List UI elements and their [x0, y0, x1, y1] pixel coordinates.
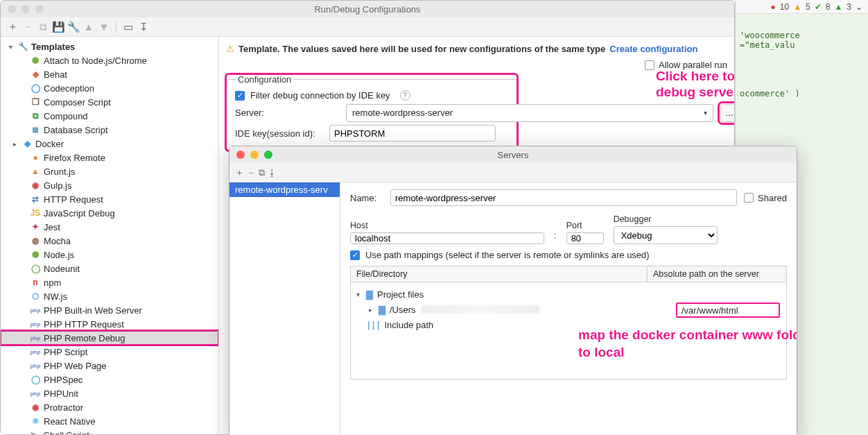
template-label: Protractor	[44, 402, 83, 413]
edit-defaults-button[interactable]: 🔧	[67, 21, 80, 33]
template-gulp-js[interactable]: ◉Gulp.js	[1, 178, 218, 192]
template-node-js[interactable]: ⬢Node.js	[1, 248, 218, 262]
php-icon: php	[30, 346, 41, 357]
template-label: PHPSpec	[44, 375, 83, 385]
project-files-node[interactable]: ▾ ▇ Project files	[354, 287, 783, 302]
ide-key-label: IDE key(session id):	[235, 128, 322, 139]
debugger-select[interactable]: Xdebug	[614, 226, 718, 244]
jest-icon: ✦	[30, 221, 41, 232]
create-configuration-link[interactable]: Create configuration	[609, 44, 697, 54]
template-phpunit[interactable]: phpPHPUnit	[1, 386, 218, 400]
configuration-group: Configuration ✓ Filter debug connection …	[226, 74, 517, 151]
twisty-icon[interactable]: ▸	[366, 306, 374, 314]
template-behat[interactable]: ◆Behat	[1, 67, 218, 81]
filter-ide-key-label: Filter debug connection by IDE key	[250, 90, 390, 101]
shared-checkbox[interactable]	[744, 193, 754, 203]
template-label: Gulp.js	[44, 180, 71, 191]
add-button[interactable]: ＋	[235, 167, 244, 179]
twisty-icon[interactable]: ▾	[354, 291, 362, 298]
config-tree[interactable]: ▾ 🔧 Templates ⬢Attach to Node.js/Chrome◆…	[1, 37, 219, 434]
filter-ide-key-checkbox[interactable]: ✓	[235, 91, 245, 101]
help-icon[interactable]: ?	[400, 90, 410, 101]
configuration-legend: Configuration	[235, 74, 294, 85]
servers-list[interactable]: remote-wordpress-serv	[229, 182, 340, 435]
template-shell-script[interactable]: >_Shell Script	[1, 428, 218, 434]
chevron-down-icon[interactable]: ⌄	[856, 2, 862, 12]
move-down-button[interactable]: ▼	[98, 21, 110, 33]
template-label: Docker	[35, 139, 64, 149]
node-icon: ⬢	[30, 249, 41, 260]
remove-button[interactable]: －	[21, 21, 34, 33]
mapping-table-header: File/Directory Absolute path on the serv…	[350, 266, 787, 282]
folder-button[interactable]: ▭	[122, 21, 134, 33]
gulp-icon: ◉	[30, 180, 41, 191]
allow-parallel-checkbox[interactable]	[645, 60, 654, 70]
host-label: Host	[350, 221, 544, 230]
template-label: Jest	[44, 222, 60, 232]
template-npm[interactable]: nnpm	[1, 275, 218, 289]
template-php-web-page[interactable]: phpPHP Web Page	[1, 359, 218, 373]
template-nw-js[interactable]: ⬡NW.js	[1, 289, 218, 303]
template-react-native[interactable]: ⚛React Native	[1, 414, 218, 428]
templates-node[interactable]: ▾ 🔧 Templates	[1, 40, 218, 53]
sort-button[interactable]: ↧	[137, 21, 150, 33]
shared-label: Shared	[758, 193, 787, 203]
template-composer-script[interactable]: ❒Composer Script	[1, 95, 218, 109]
server-name-input[interactable]	[390, 189, 737, 206]
folder-icon: ▇	[366, 289, 373, 300]
port-input[interactable]	[566, 232, 604, 244]
template-http-request[interactable]: ⇄HTTP Request	[1, 192, 218, 206]
template-php-script[interactable]: phpPHP Script	[1, 345, 218, 359]
template-protractor[interactable]: ◉Protractor	[1, 400, 218, 414]
template-label: Database Script	[44, 125, 108, 135]
server-browse-button[interactable]: …	[720, 104, 735, 122]
inspection-status: ●10 ▲5 ✔8 ▲3 ⌄	[736, 0, 868, 14]
template-attach-to-node-js-chrome[interactable]: ⬢Attach to Node.js/Chrome	[1, 53, 218, 67]
prot-icon: ◉	[30, 402, 41, 413]
behat-icon: ◆	[30, 69, 41, 80]
php-icon: php	[30, 318, 41, 330]
absolute-path-cell[interactable]: /var/www/html	[676, 302, 780, 318]
template-php-remote-debug[interactable]: phpPHP Remote Debug	[1, 331, 218, 345]
template-grunt-js[interactable]: ▲Grunt.js	[1, 164, 218, 178]
warning-icon: ▲	[793, 2, 801, 12]
ide-key-input[interactable]	[329, 125, 496, 142]
host-input[interactable]	[350, 232, 544, 244]
twisty-icon[interactable]: ▾	[6, 43, 15, 51]
twisty-icon[interactable]: ▸	[10, 140, 19, 148]
name-label: Name:	[350, 193, 383, 203]
cmpd-icon: ⧉	[30, 110, 41, 121]
mocha-icon: ◍	[30, 235, 41, 246]
server-list-item[interactable]: remote-wordpress-serv	[229, 182, 340, 197]
comp-icon: ❒	[30, 96, 41, 108]
template-label: Attach to Node.js/Chrome	[44, 56, 147, 66]
template-mocha[interactable]: ◍Mocha	[1, 234, 218, 248]
import-button[interactable]: ⭳	[268, 167, 277, 178]
server-dropdown[interactable]: remote-wordpress-server ▾	[346, 104, 713, 122]
save-button[interactable]: 💾	[52, 21, 64, 33]
template-php-built-in-web-server[interactable]: phpPHP Built-in Web Server	[1, 303, 218, 317]
titlebar: Run/Debug Configurations	[1, 1, 734, 17]
add-button[interactable]: ＋	[6, 21, 19, 33]
template-codeception[interactable]: ◯Codeception	[1, 81, 218, 95]
template-compound[interactable]: ⧉Compound	[1, 109, 218, 123]
copy-button[interactable]: ⧉	[259, 167, 265, 178]
path-mappings-checkbox[interactable]: ✓	[350, 250, 360, 260]
window-title: Run/Debug Configurations	[1, 4, 734, 15]
template-phpspec[interactable]: ◯PHPSpec	[1, 373, 218, 386]
docker-icon: ◈	[21, 138, 33, 149]
move-up-button[interactable]: ▲	[83, 21, 95, 33]
template-firefox-remote[interactable]: ●Firefox Remote	[1, 151, 218, 164]
remove-button[interactable]: －	[247, 167, 256, 179]
template-nodeunit[interactable]: ◯Nodeunit	[1, 262, 218, 275]
annotation-map-folder: map the docker container www folderto lo…	[578, 327, 797, 361]
copy-button[interactable]: ⧉	[37, 21, 49, 33]
template-php-http-request[interactable]: phpPHP HTTP Request	[1, 317, 218, 331]
ff-icon: ●	[30, 152, 41, 163]
template-database-script[interactable]: ≣Database Script	[1, 123, 218, 137]
template-javascript-debug[interactable]: JSJavaScript Debug	[1, 206, 218, 220]
template-docker[interactable]: ▸◈Docker	[1, 137, 218, 151]
template-jest[interactable]: ✦Jest	[1, 220, 218, 234]
template-label: Firefox Remote	[44, 153, 105, 163]
template-label: Behat	[44, 69, 67, 80]
